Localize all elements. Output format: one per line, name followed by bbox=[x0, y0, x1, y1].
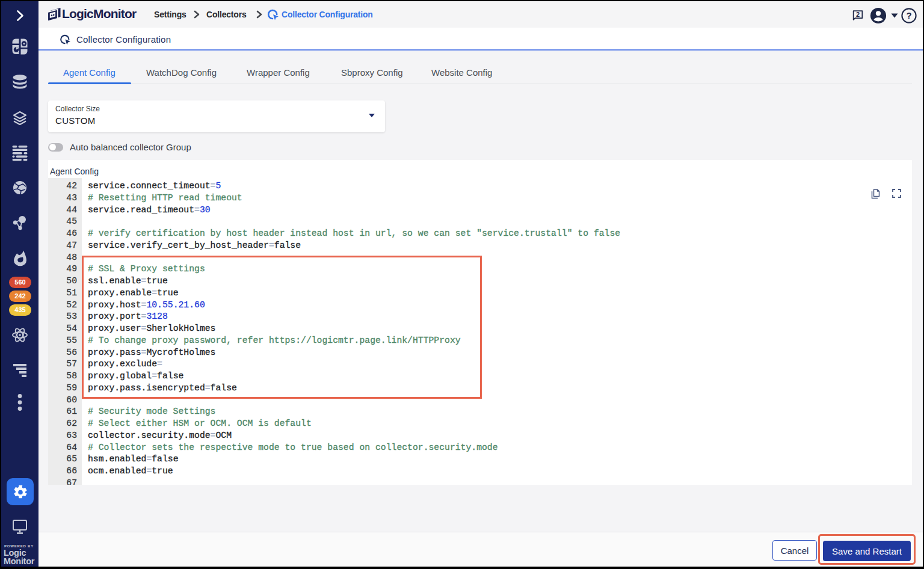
svg-text:?: ? bbox=[906, 10, 911, 20]
svg-text:2: 2 bbox=[856, 11, 860, 18]
